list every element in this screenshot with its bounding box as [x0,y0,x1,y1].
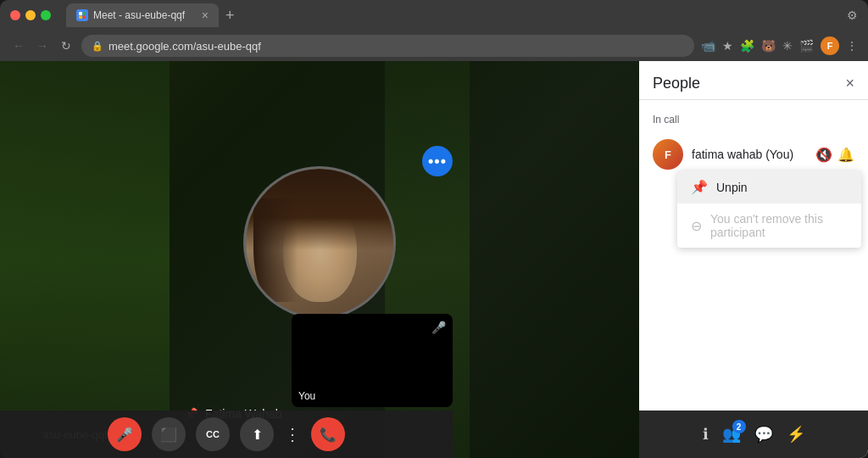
remove-label: You can't remove this participant [710,212,848,239]
present-icon: ⬆ [252,427,263,443]
bookmark-icon[interactable]: ★ [722,39,733,53]
more-controls-button[interactable]: ⋮ [284,424,301,444]
remove-icon: ⊖ [691,218,702,234]
lock-icon: 🔒 [92,41,103,52]
main-avatar [243,166,396,319]
cast-icon[interactable]: 📹 [701,39,715,53]
tab-bar: Meet - asu-eube-qqf × + [66,3,840,27]
svg-rect-2 [79,16,82,20]
back-button[interactable]: ← [10,39,27,53]
person-pin-icon[interactable]: 🔔 [837,147,854,163]
user-avatar[interactable]: F [821,36,839,55]
captions-button[interactable]: CC [196,417,230,451]
unpin-item[interactable]: 📌 Unpin [677,170,861,204]
people-panel: People × In call F fatima wahab (You) 🔇 … [639,61,868,458]
unpin-icon: 📌 [691,179,708,195]
nav-bar: ← → ↻ 🔒 meet.google.com/asu-eube-qqf 📹 ★… [0,31,868,61]
person-name: fatima wahab (You) [692,148,807,161]
person-icons: 🔇 🔔 [815,147,854,163]
nav-icons: 📹 ★ 🧩 🐻 ✳ 🎬 F ⋮ [701,36,858,55]
unpin-label: Unpin [716,181,748,194]
more-options-button[interactable]: ••• [422,146,453,176]
extension4-icon[interactable]: 🎬 [799,39,814,53]
svg-rect-1 [83,12,86,15]
chat-button[interactable]: 💬 [754,425,773,444]
menu-icon[interactable]: ⋮ [846,39,858,53]
avatar-face [246,169,393,316]
end-call-icon: 📞 [320,427,337,443]
refresh-button[interactable]: ↻ [58,39,75,53]
panel-header: People × [639,61,868,100]
remove-item: ⊖ You can't remove this participant [677,204,861,248]
panel-content: In call F fatima wahab (You) 🔇 🔔 📌 [639,100,868,458]
minimize-traffic-light[interactable] [25,10,36,20]
self-muted-icon: 🎤 [431,321,446,334]
extension1-icon[interactable]: 🧩 [740,39,754,53]
close-panel-button[interactable]: × [845,75,854,92]
mute-button[interactable]: 🎤 [108,417,142,451]
dropdown-menu: 📌 Unpin ⊖ You can't remove this particip… [677,170,861,248]
more-options-dots: ••• [428,153,447,170]
mute-icon: 🎤 [116,427,133,443]
svg-rect-0 [79,12,82,15]
browser-settings-icon[interactable]: ⚙ [847,8,858,22]
content-area: 📌 Fatima Wahab asu-eube-qqf ••• 🎤 You 🎤 [0,61,868,458]
person-avatar-inner: F [653,139,683,170]
traffic-lights [10,10,51,20]
video-area: 📌 Fatima Wahab asu-eube-qqf ••• 🎤 You 🎤 [0,61,639,458]
svg-rect-3 [83,16,86,20]
title-bar: Meet - asu-eube-qqf × + ⚙ [0,0,868,31]
camera-button[interactable]: ⬛ [152,417,186,451]
close-traffic-light[interactable] [10,10,20,20]
captions-icon: CC [206,429,220,439]
maximize-traffic-light[interactable] [41,10,51,20]
end-call-button[interactable]: 📞 [311,417,345,451]
people-badge: 2 [732,420,746,433]
address-bar[interactable]: 🔒 meet.google.com/asu-eube-qqf [81,35,694,57]
info-button[interactable]: ℹ [703,425,709,444]
browser-frame: Meet - asu-eube-qqf × + ⚙ ← → ↻ 🔒 meet.g… [0,0,868,458]
extension2-icon[interactable]: 🐻 [761,39,776,53]
tab-favicon [76,9,88,21]
section-label: In call [639,110,868,132]
camera-icon: ⬛ [160,427,177,443]
forward-button[interactable]: → [34,39,51,53]
bottom-right-icons: ℹ 👥 2 💬 ⚡ [639,411,868,458]
people-button[interactable]: 👥 2 [722,425,741,444]
panel-title: People [653,75,700,92]
self-video: 🎤 You [292,314,453,407]
address-text: meet.google.com/asu-eube-qqf [108,40,261,53]
tab-title: Meet - asu-eube-qqf [93,9,197,21]
person-avatar: F [653,139,683,170]
hair-side [253,198,298,302]
present-button[interactable]: ⬆ [240,417,274,451]
new-tab-button[interactable]: + [225,7,235,25]
activities-button[interactable]: ⚡ [787,425,805,444]
self-video-label: You [298,390,315,402]
bottom-controls: 🎤 ⬛ CC ⬆ ⋮ 📞 [0,411,453,458]
person-row: F fatima wahab (You) 🔇 🔔 📌 Unpin [639,132,868,176]
person-mute-icon[interactable]: 🔇 [815,147,832,163]
active-tab[interactable]: Meet - asu-eube-qqf × [66,3,219,27]
tab-close-button[interactable]: × [202,8,209,22]
extension3-icon[interactable]: ✳ [782,39,793,53]
